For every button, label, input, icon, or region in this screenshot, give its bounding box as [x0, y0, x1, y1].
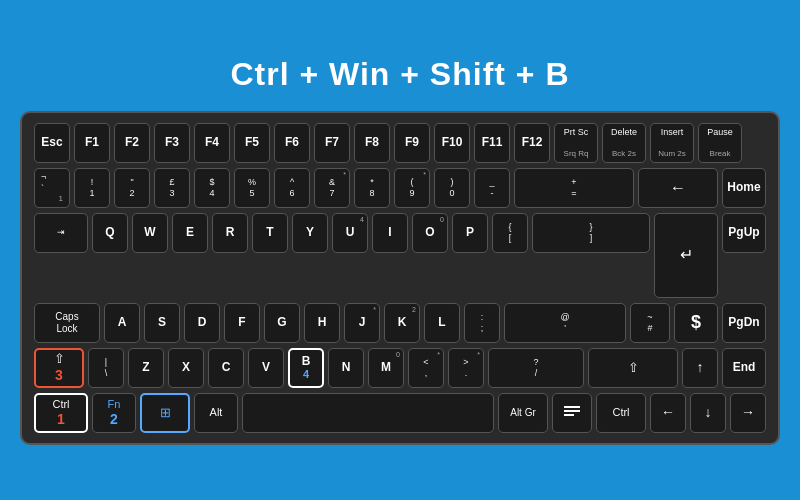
key-lbracket[interactable]: {[ — [492, 213, 528, 253]
asdf-row: CapsLock A S D F G H J* K2 L :; @' ~# $ … — [34, 303, 766, 343]
key-z[interactable]: Z — [128, 348, 164, 388]
key-menu[interactable] — [552, 393, 592, 433]
key-e[interactable]: E — [172, 213, 208, 253]
key-k[interactable]: K2 — [384, 303, 420, 343]
key-f8[interactable]: F8 — [354, 123, 390, 163]
key-i[interactable]: I — [372, 213, 408, 253]
key-u[interactable]: U4 — [332, 213, 368, 253]
key-a[interactable]: A — [104, 303, 140, 343]
key-q[interactable]: Q — [92, 213, 128, 253]
key-backspace[interactable]: ← — [638, 168, 718, 208]
key-minus[interactable]: _- — [474, 168, 510, 208]
title: Ctrl + Win + Shift + B — [230, 56, 569, 93]
key-d[interactable]: D — [184, 303, 220, 343]
key-f[interactable]: F — [224, 303, 260, 343]
key-f9[interactable]: F9 — [394, 123, 430, 163]
key-6[interactable]: ^6 — [274, 168, 310, 208]
key-f7[interactable]: F7 — [314, 123, 350, 163]
key-quote[interactable]: @' — [504, 303, 626, 343]
key-alt-left[interactable]: Alt — [194, 393, 238, 433]
key-f6[interactable]: F6 — [274, 123, 310, 163]
key-semicolon[interactable]: :; — [464, 303, 500, 343]
key-rbracket[interactable]: }] — [532, 213, 650, 253]
key-s[interactable]: S — [144, 303, 180, 343]
key-4[interactable]: $4 — [194, 168, 230, 208]
key-ctrl-right[interactable]: Ctrl — [596, 393, 646, 433]
key-y[interactable]: Y — [292, 213, 328, 253]
key-m[interactable]: M0 — [368, 348, 404, 388]
key-9[interactable]: (9* — [394, 168, 430, 208]
key-p[interactable]: P — [452, 213, 488, 253]
key-alt-gr[interactable]: Alt Gr — [498, 393, 548, 433]
key-b[interactable]: B4 — [288, 348, 324, 388]
key-7[interactable]: &7* — [314, 168, 350, 208]
key-arrow-right[interactable]: → — [730, 393, 766, 433]
key-win[interactable]: ⊞ — [140, 393, 190, 433]
svg-rect-1 — [564, 410, 580, 412]
key-j[interactable]: J* — [344, 303, 380, 343]
key-2[interactable]: "2 — [114, 168, 150, 208]
key-g[interactable]: G — [264, 303, 300, 343]
zxcv-row: ⇧3 |\ Z X C V B4 N M0 <,* >.* ?/ ⇧ ↑ End — [34, 348, 766, 388]
key-arrow-up[interactable]: ↑ — [682, 348, 718, 388]
key-3[interactable]: £3 — [154, 168, 190, 208]
key-enter[interactable]: ↵ — [654, 213, 718, 298]
key-esc[interactable]: Esc — [34, 123, 70, 163]
key-f4[interactable]: F4 — [194, 123, 230, 163]
key-slash[interactable]: ?/ — [488, 348, 584, 388]
key-home[interactable]: Home — [722, 168, 766, 208]
key-shift-left[interactable]: ⇧3 — [34, 348, 84, 388]
key-f11[interactable]: F11 — [474, 123, 510, 163]
key-period[interactable]: >.* — [448, 348, 484, 388]
key-arrow-down[interactable]: ↓ — [690, 393, 726, 433]
key-h[interactable]: H — [304, 303, 340, 343]
key-t[interactable]: T — [252, 213, 288, 253]
key-backslash[interactable]: |\ — [88, 348, 124, 388]
key-x[interactable]: X — [168, 348, 204, 388]
key-f10[interactable]: F10 — [434, 123, 470, 163]
key-c[interactable]: C — [208, 348, 244, 388]
key-pgdn[interactable]: PgDn — [722, 303, 766, 343]
key-w[interactable]: W — [132, 213, 168, 253]
key-comma[interactable]: <,* — [408, 348, 444, 388]
qwerty-row: ⇥ Q W E R T Y U4 I O0 P {[ }] ↵ PgUp — [34, 213, 766, 298]
key-space[interactable] — [242, 393, 494, 433]
bottom-row: Ctrl1 Fn2 ⊞ Alt Alt Gr Ctrl ← ↓ → — [34, 393, 766, 433]
key-f12[interactable]: F12 — [514, 123, 550, 163]
key-pgup[interactable]: PgUp — [722, 213, 766, 253]
key-insert[interactable]: InsertNum 2s — [650, 123, 694, 163]
fn-row: Esc F1 F2 F3 F4 F5 F6 F7 F8 F9 F10 F11 F… — [34, 123, 766, 163]
key-backtick[interactable]: ¬ ` 1 — [34, 168, 70, 208]
key-tab[interactable]: ⇥ — [34, 213, 88, 253]
key-v[interactable]: V — [248, 348, 284, 388]
key-shift-right[interactable]: ⇧ — [588, 348, 678, 388]
key-r[interactable]: R — [212, 213, 248, 253]
key-end[interactable]: End — [722, 348, 766, 388]
key-dollar-sign[interactable]: $ — [674, 303, 718, 343]
key-1[interactable]: !1 — [74, 168, 110, 208]
key-f3[interactable]: F3 — [154, 123, 190, 163]
keyboard: Esc F1 F2 F3 F4 F5 F6 F7 F8 F9 F10 F11 F… — [20, 111, 780, 445]
key-f2[interactable]: F2 — [114, 123, 150, 163]
key-equals[interactable]: += — [514, 168, 634, 208]
key-delete[interactable]: DeleteBck 2s — [602, 123, 646, 163]
key-pause[interactable]: PauseBreak — [698, 123, 742, 163]
key-prtsc[interactable]: Prt ScSrq Rq — [554, 123, 598, 163]
key-ctrl-left[interactable]: Ctrl1 — [34, 393, 88, 433]
key-0[interactable]: )0 — [434, 168, 470, 208]
key-arrow-left[interactable]: ← — [650, 393, 686, 433]
num-row: ¬ ` 1 !1 "2 £3 $4 %5 ^6 &7* *8 (9* )0 _-… — [34, 168, 766, 208]
key-f5[interactable]: F5 — [234, 123, 270, 163]
key-fn[interactable]: Fn2 — [92, 393, 136, 433]
key-hash[interactable]: ~# — [630, 303, 670, 343]
key-o[interactable]: O0 — [412, 213, 448, 253]
key-f1[interactable]: F1 — [74, 123, 110, 163]
key-8[interactable]: *8 — [354, 168, 390, 208]
svg-rect-0 — [564, 406, 580, 408]
svg-rect-2 — [564, 414, 574, 416]
key-5[interactable]: %5 — [234, 168, 270, 208]
key-l[interactable]: L — [424, 303, 460, 343]
key-capslock[interactable]: CapsLock — [34, 303, 100, 343]
key-n[interactable]: N — [328, 348, 364, 388]
